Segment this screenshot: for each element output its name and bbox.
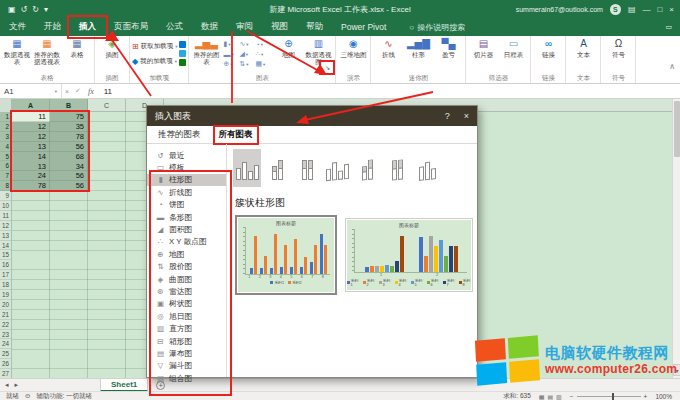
button-recommended-pivottables[interactable]: ▦推荐的数据透视表 [32,37,62,66]
button-illustrations[interactable]: ◈插图 [97,37,127,59]
ribbon-display-options-icon[interactable]: ▤ [628,5,636,14]
scrollbar-thumb[interactable] [674,101,680,157]
tell-me-search[interactable]: ○ 操作说明搜索 [409,22,465,33]
tab-recommended-charts[interactable]: 推荐的图表 [155,128,204,142]
row-header-24[interactable]: 24 [0,339,11,349]
button-3d-map[interactable]: ◉三维地图 [338,37,368,59]
tab-file[interactable]: 文件 [0,18,35,36]
select-all-corner[interactable] [0,99,12,112]
chart-type-sunburst-chart[interactable]: ◎旭日图 [147,310,226,322]
redo-icon[interactable]: ↻ [32,5,39,14]
chart-type-boxwhisker-chart[interactable]: ⊟箱形图 [147,335,226,347]
cell-A7[interactable]: 24 [12,171,50,181]
row-header-14[interactable]: 14 [0,241,11,251]
tab-insert[interactable]: 插入 [70,18,105,36]
chart-type-templates[interactable]: ▭模板 [147,161,226,173]
chart-type-line-chart[interactable]: ∿折线图 [147,186,226,198]
cell-B2[interactable]: 35 [50,122,88,132]
chart-type-column-chart[interactable]: ▮柱形图 [147,174,226,186]
column-header-B[interactable]: B [50,99,88,112]
page-break-view-icon[interactable]: ▥ [556,393,562,400]
row-header-21[interactable]: 21 [0,310,11,320]
sheet-tab-sheet1[interactable]: Sheet1 [100,379,148,392]
button-scatter-chart[interactable]: ∴▾ [255,49,271,59]
3d-clustered-column-icon[interactable] [323,149,351,187]
row-header-16[interactable]: 16 [0,260,11,270]
button-bar-chart[interactable]: ▬▾ [223,49,239,59]
button-stock-chart[interactable]: ⇅▾ [239,59,255,69]
button-map-chart[interactable]: ⊕▾ [223,59,239,69]
dialog-help-button[interactable]: ? [445,111,450,121]
button-slicer[interactable]: ▤切片器 [468,37,498,59]
row-header-17[interactable]: 17 [0,270,11,280]
quick-access-dropdown-icon[interactable]: ▾ [44,5,48,14]
chart-type-area-chart[interactable]: ◢面积图 [147,223,226,235]
button-area-chart[interactable]: ◢▾ [239,49,255,59]
zoom-slider[interactable]: − + [570,393,648,400]
row-header-22[interactable]: 22 [0,320,11,330]
row-header-27[interactable]: 27 [0,369,11,378]
chart-type-funnel-chart[interactable]: ▽漏斗图 [147,360,226,372]
row-header-12[interactable]: 12 [0,221,11,231]
row-header-4[interactable]: 4 [0,142,11,152]
chart-type-scatter-chart[interactable]: ∴X Y 散点图 [147,236,226,248]
zoom-level[interactable]: 100% [655,393,672,400]
name-box[interactable]: A1 ▾ [0,84,62,98]
stacked-column-icon[interactable] [263,149,291,187]
zoom-thumb[interactable] [612,393,615,400]
dialog-title-bar[interactable]: 插入图表 ? × [147,106,477,126]
cell-A5[interactable]: 14 [12,152,50,162]
enter-icon[interactable]: ✓ [72,87,84,95]
row-header-13[interactable]: 13 [0,231,11,241]
100-stacked-column-icon[interactable] [293,149,321,187]
cell-A6[interactable]: 13 [12,162,50,172]
cell-A2[interactable]: 12 [12,122,50,132]
row-header-7[interactable]: 7 [0,171,11,181]
row-header-11[interactable]: 11 [0,211,11,221]
cell-B5[interactable]: 68 [50,152,88,162]
chart-type-treemap-chart[interactable]: ▣树状图 [147,298,226,310]
button-recommended-charts[interactable]: ▂▅▃推荐的图表 [191,37,221,66]
button-sparkline-winloss[interactable]: ▀▄盈亏 [433,37,463,59]
minimize-button[interactable]: — [642,5,650,14]
vertical-scrollbar[interactable]: ▾ [672,99,680,378]
button-timeline[interactable]: ▭日程表 [498,37,528,59]
row-header-26[interactable]: 26 [0,359,11,369]
button-store[interactable]: ⊞获取加载项▾ [132,40,177,52]
comments-icon[interactable]: ▭ [665,23,672,31]
row-header-6[interactable]: 6 [0,161,11,171]
cell-B3[interactable]: 78 [50,132,88,142]
cell-B8[interactable]: 56 [50,181,88,191]
chart-type-radar-chart[interactable]: ⊛雷达图 [147,285,226,297]
3d-column-icon[interactable] [413,149,441,187]
row-header-10[interactable]: 10 [0,201,11,211]
cancel-icon[interactable]: × [62,88,72,95]
button-combo-chart[interactable]: ▦▾ [255,59,271,69]
normal-view-icon[interactable]: ▦ [539,393,545,400]
chart-preview-by-row[interactable]: 图表标题12345678系列1系列2 [235,215,337,295]
chart-type-pie-chart[interactable]: ◔饼图 [147,199,226,211]
button-text[interactable]: A文本 [568,37,598,59]
cell-B7[interactable]: 56 [50,171,88,181]
dialog-close-button[interactable]: × [464,111,469,121]
column-header-C[interactable]: C [88,99,126,112]
tab-all-charts[interactable]: 所有图表 [216,128,256,142]
cell-B4[interactable]: 56 [50,142,88,152]
undo-icon[interactable]: ↺ [21,5,28,14]
formula-input[interactable]: 11 [98,87,112,96]
cell-A1[interactable]: 11 [12,112,50,122]
page-layout-view-icon[interactable]: ▤ [547,393,553,400]
chart-type-recent[interactable]: ↺最近 [147,149,226,161]
zoom-track[interactable] [577,396,641,397]
button-pie-chart[interactable]: ◔▾ [255,39,271,49]
cell-A8[interactable]: 78 [12,181,50,191]
button-symbols[interactable]: Ω符号 [603,37,633,59]
avatar[interactable]: S [610,4,621,15]
button-my-addins[interactable]: ◆我的加载项▾ [132,55,177,67]
zoom-in-icon[interactable]: + [644,393,648,400]
chart-type-stock-chart[interactable]: ⇅股价图 [147,261,226,273]
cell-B6[interactable]: 34 [50,162,88,172]
maximize-button[interactable]: □ [657,5,662,14]
cell-A4[interactable]: 13 [12,142,50,152]
row-header-1[interactable]: 1 [0,112,11,122]
